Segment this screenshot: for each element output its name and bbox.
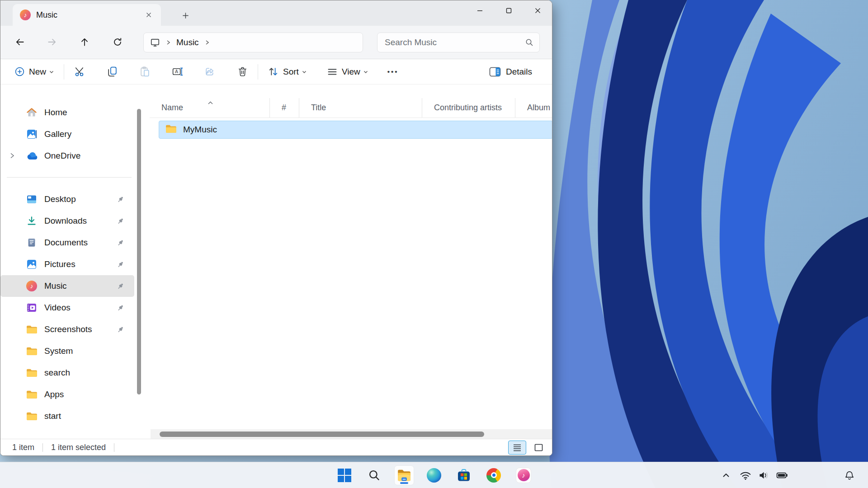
- sidebar-item-screenshots[interactable]: Screenshots: [0, 319, 134, 340]
- taskbar-itunes-button[interactable]: ♪: [514, 465, 533, 485]
- taskbar-chrome-button[interactable]: [484, 465, 504, 485]
- pin-icon: [117, 261, 124, 270]
- windows-logo-icon: [338, 469, 351, 482]
- breadcrumb-chevron-icon: [165, 40, 171, 45]
- running-indicator: [400, 482, 408, 484]
- column-header-title[interactable]: Title: [299, 98, 422, 117]
- edge-icon: [427, 468, 441, 483]
- sidebar-item-home[interactable]: Home: [0, 102, 134, 123]
- search-box[interactable]: [377, 33, 540, 52]
- new-button[interactable]: New: [10, 62, 58, 82]
- file-list-pane: Name # Title Contributing artists Album …: [150, 84, 552, 429]
- expand-chevron-icon[interactable]: [9, 152, 15, 161]
- details-view-toggle[interactable]: [508, 441, 526, 455]
- start-button[interactable]: [335, 465, 354, 485]
- trash-icon: [237, 66, 248, 77]
- back-button[interactable]: [10, 32, 30, 52]
- status-divider: [114, 443, 114, 452]
- horizontal-scrollbar[interactable]: [151, 429, 552, 439]
- sidebar-item-downloads[interactable]: Downloads: [0, 210, 134, 232]
- details-pane-button[interactable]: Details: [485, 62, 537, 82]
- forward-button[interactable]: [42, 32, 62, 52]
- ellipsis-icon: •••: [387, 68, 399, 75]
- folder-icon: [165, 124, 177, 135]
- horizontal-scrollbar-thumb[interactable]: [160, 432, 484, 437]
- taskbar-search-button[interactable]: [364, 465, 384, 485]
- column-header-number[interactable]: #: [270, 98, 299, 117]
- navigation-bar: Music: [0, 26, 552, 59]
- pin-icon: [117, 196, 124, 205]
- search-icon: [368, 469, 381, 482]
- taskbar-edge-button[interactable]: [424, 465, 444, 485]
- sidebar-divider: [7, 177, 132, 178]
- sidebar-item-desktop[interactable]: Desktop: [0, 188, 134, 210]
- delete-button[interactable]: [232, 62, 252, 82]
- tab-close-icon[interactable]: [142, 8, 156, 22]
- view-button[interactable]: View: [323, 62, 373, 82]
- notification-bell-button[interactable]: [840, 462, 859, 488]
- bell-icon: [844, 470, 854, 480]
- maximize-button[interactable]: [494, 0, 523, 20]
- view-toggles: [508, 441, 547, 455]
- sidebar-item-apps[interactable]: Apps: [0, 384, 134, 405]
- cut-button[interactable]: [70, 62, 90, 82]
- new-tab-button[interactable]: [178, 9, 193, 22]
- music-folder-icon: ♪: [20, 9, 31, 20]
- close-button[interactable]: [523, 0, 552, 20]
- sidebar-item-documents[interactable]: Documents: [0, 232, 134, 253]
- refresh-button[interactable]: [108, 32, 127, 52]
- rename-button[interactable]: A: [167, 62, 187, 82]
- chevron-up-icon: [722, 471, 731, 480]
- sidebar-item-pictures[interactable]: Pictures: [0, 253, 134, 275]
- column-header-name[interactable]: Name: [150, 98, 270, 117]
- sidebar-item-system[interactable]: System: [0, 340, 134, 362]
- toolbar-divider: [258, 64, 258, 80]
- thumbnail-view-toggle[interactable]: [529, 441, 547, 455]
- copy-button[interactable]: [102, 62, 122, 82]
- videos-icon: [26, 302, 38, 314]
- more-options-button[interactable]: •••: [383, 62, 403, 82]
- titlebar: ♪ Music: [0, 0, 552, 26]
- wifi-icon: [740, 470, 751, 480]
- search-icon[interactable]: [525, 38, 534, 47]
- cut-icon: [74, 66, 85, 77]
- minimize-button[interactable]: [465, 0, 494, 20]
- navigation-sidebar: Home Gallery OneDrive Desktop: [0, 84, 143, 438]
- paste-button[interactable]: [135, 62, 155, 82]
- search-input[interactable]: [385, 38, 525, 47]
- pin-icon: [117, 326, 124, 335]
- share-button[interactable]: [200, 62, 220, 82]
- toolbar-divider: [64, 64, 64, 80]
- taskbar-app-icons: ♪: [335, 462, 533, 488]
- sidebar-item-gallery[interactable]: Gallery: [0, 123, 134, 145]
- file-name: MyMusic: [183, 125, 217, 135]
- address-bar[interactable]: Music: [143, 33, 363, 52]
- pin-icon: [117, 239, 124, 249]
- sidebar-item-videos[interactable]: Videos: [0, 297, 134, 319]
- tray-chevron-up-button[interactable]: [718, 462, 734, 488]
- paste-icon: [139, 66, 151, 77]
- sort-button[interactable]: Sort: [264, 62, 311, 82]
- downloads-icon: [26, 215, 38, 227]
- sidebar-item-search[interactable]: search: [0, 362, 134, 384]
- column-header-contributing-artists[interactable]: Contributing artists: [422, 98, 515, 117]
- column-header-album[interactable]: Album: [515, 98, 552, 117]
- chevron-down-icon: [302, 69, 307, 75]
- quick-settings-group[interactable]: [738, 462, 790, 488]
- desktop-wallpaper-bloom: [524, 0, 868, 488]
- sidebar-item-onedrive[interactable]: OneDrive: [0, 145, 134, 167]
- up-button[interactable]: [75, 32, 94, 52]
- explorer-tab-music[interactable]: ♪ Music: [13, 4, 161, 26]
- details-pane-icon: [489, 67, 501, 77]
- onedrive-icon: [26, 150, 38, 162]
- taskbar-store-button[interactable]: [454, 465, 474, 485]
- music-icon: ♪: [26, 280, 38, 292]
- sidebar-item-start[interactable]: start: [0, 405, 134, 427]
- taskbar-file-explorer-button[interactable]: [394, 465, 414, 485]
- breadcrumb-music[interactable]: Music: [176, 38, 199, 47]
- sidebar-item-music[interactable]: ♪ Music: [0, 275, 134, 297]
- window-controls: [465, 0, 552, 20]
- pin-icon: [117, 282, 124, 292]
- file-row-mymusic[interactable]: MyMusic: [159, 121, 552, 139]
- sidebar-scrollbar[interactable]: [137, 109, 141, 394]
